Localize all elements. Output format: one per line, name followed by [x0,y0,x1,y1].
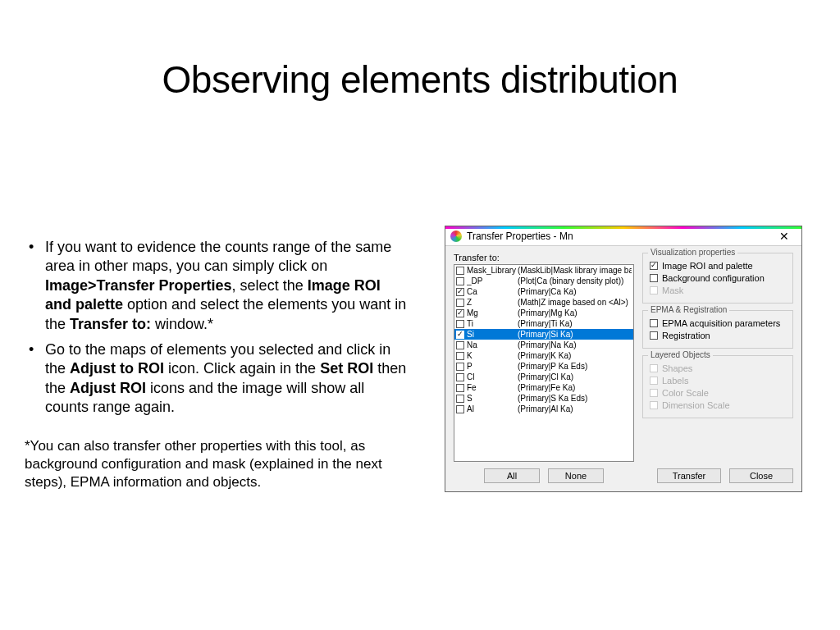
list-item-desc: (Primary|Si Ka) [518,329,573,340]
labels-checkbox: Labels [650,376,786,386]
all-button[interactable]: All [484,468,540,483]
none-button[interactable]: None [548,468,604,483]
close-button[interactable]: Close [729,468,793,483]
list-item-desc: (MaskLib|Mask library image based [518,265,632,276]
list-item-name: _DP [467,276,518,286]
list-item-checkbox[interactable] [456,395,464,403]
list-item[interactable]: _DP(Plot|Ca (binary density plot)) [454,276,633,286]
list-item-desc: (Primary|P Ka Eds) [518,361,587,372]
bullet-2: Go to the maps of elements you selected … [45,340,410,418]
footnote: *You can also transfer other properties … [25,437,410,491]
list-item-checkbox[interactable] [456,309,464,317]
layered-objects-group: Layered Objects Shapes Labels Color Scal… [642,355,793,418]
epma-registration-group: EPMA & Registration EPMA acquisition par… [642,310,793,349]
list-item[interactable]: Al(Primary|Al Ka) [454,404,633,414]
list-item[interactable]: Mg(Primary|Mg Ka) [454,308,633,318]
mask-checkbox: Mask [650,285,786,295]
list-item-name: Na [467,340,518,350]
list-item-name: Cl [467,372,518,382]
list-item-checkbox[interactable] [456,352,464,360]
list-item-checkbox[interactable] [456,267,464,275]
page-title: Observing elements distribution [0,57,840,102]
list-item-checkbox[interactable] [456,363,464,371]
list-item-desc: (Primary|Ti Ka) [518,318,573,329]
list-item-checkbox[interactable] [456,373,464,381]
list-item[interactable]: Mask_Library(MaskLib|Mask library image … [454,265,633,276]
list-item[interactable]: S(Primary|S Ka Eds) [454,393,633,404]
list-item-desc: (Primary|Fe Ka) [518,382,575,393]
list-item[interactable]: Ti(Primary|Ti Ka) [454,318,633,329]
colorscale-checkbox: Color Scale [650,388,786,398]
list-item-checkbox[interactable] [456,299,464,307]
list-item-checkbox[interactable] [456,320,464,328]
list-item-name: S [467,393,518,404]
list-item-checkbox[interactable] [456,405,464,413]
list-item-desc: (Primary|Ca Ka) [518,286,577,297]
dimscale-checkbox: Dimension Scale [650,400,786,410]
transfer-button[interactable]: Transfer [657,468,721,483]
list-item-checkbox[interactable] [456,331,464,339]
list-item-desc: (Primary|Mg Ka) [518,308,578,318]
list-item-desc: (Primary|Al Ka) [518,404,573,414]
list-item[interactable]: K(Primary|K Ka) [454,350,633,361]
list-item-desc: (Primary|Na Ka) [518,340,577,350]
list-item[interactable]: Fe(Primary|Fe Ka) [454,382,633,393]
group-title: Layered Objects [648,350,713,359]
list-item[interactable]: Si(Primary|Si Ka) [454,329,633,340]
list-item[interactable]: Cl(Primary|Cl Ka) [454,372,633,382]
registration-checkbox[interactable]: Registration [650,331,786,340]
list-item-checkbox[interactable] [456,288,464,296]
transfer-properties-dialog: Transfer Properties - Mn ✕ Transfer to: … [445,226,802,492]
list-item-desc: (Plot|Ca (binary density plot)) [518,276,623,286]
list-item-checkbox[interactable] [456,384,464,392]
list-item-desc: (Primary|K Ka) [518,350,571,361]
bullet-1: If you want to evidence the counts range… [45,238,410,334]
list-item[interactable]: Z(Math|Z image based on <Al>) [454,297,633,308]
list-item-checkbox[interactable] [456,277,464,285]
list-item-name: Z [467,297,518,308]
group-title: EPMA & Registration [648,305,729,314]
list-item-name: Ca [467,286,518,297]
group-title: Visualization properties [648,248,737,257]
list-item-name: Si [467,329,518,340]
list-item-name: K [467,350,518,361]
close-icon[interactable]: ✕ [772,230,797,243]
titlebar: Transfer Properties - Mn ✕ [445,226,801,246]
transfer-to-label: Transfer to: [454,253,634,262]
list-item[interactable]: P(Primary|P Ka Eds) [454,361,633,372]
image-roi-checkbox[interactable]: Image ROI and palette [650,261,786,271]
app-icon [450,231,462,242]
shapes-checkbox: Shapes [650,363,786,373]
transfer-to-listbox[interactable]: Mask_Library(MaskLib|Mask library image … [454,264,634,462]
list-item[interactable]: Ca(Primary|Ca Ka) [454,286,633,297]
content-text: If you want to evidence the counts range… [25,238,410,491]
list-item-desc: (Primary|Cl Ka) [518,372,573,382]
list-item-name: Ti [467,318,518,329]
list-item-name: Fe [467,382,518,393]
background-config-checkbox[interactable]: Background configuration [650,273,786,283]
epma-acq-checkbox[interactable]: EPMA acquisition parameters [650,318,786,328]
list-item-checkbox[interactable] [456,341,464,349]
list-item-name: Al [467,404,518,414]
list-item-desc: (Math|Z image based on <Al>) [518,297,628,308]
list-item-desc: (Primary|S Ka Eds) [518,393,587,404]
list-item[interactable]: Na(Primary|Na Ka) [454,340,633,350]
list-item-name: P [467,361,518,372]
visualization-properties-group: Visualization properties Image ROI and p… [642,253,793,304]
dialog-title: Transfer Properties - Mn [467,231,772,242]
list-item-name: Mask_Library [467,265,518,276]
list-item-name: Mg [467,308,518,318]
